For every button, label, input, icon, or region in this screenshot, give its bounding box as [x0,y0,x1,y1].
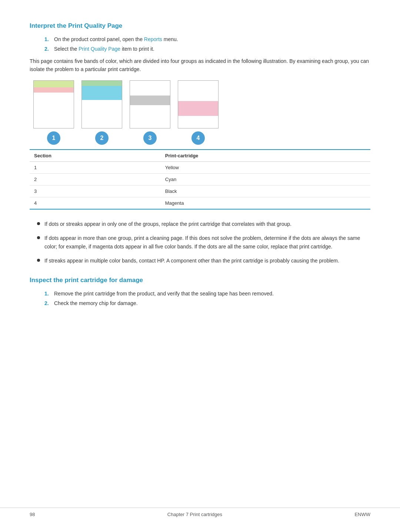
bullet-item-2: If dots appear in more than one group, p… [37,234,370,251]
page-footer: 98 Chapter 7 Print cartridges ENWW [0,508,400,517]
step-2: 2. Select the Print Quality Page item to… [44,46,370,52]
step-1-number: 1. [44,36,51,42]
step-2-text: Select the Print Quality Page item to pr… [54,46,154,52]
bullet-dot-3 [37,259,40,262]
inspect-step-2-number: 2. [44,300,51,306]
inspect-step-2: 2. Check the memory chip for damage. [44,300,370,306]
group-1-badge: 1 [47,131,60,145]
bullet-dot-2 [37,236,40,239]
table-cell-section: 2 [30,173,161,185]
inspect-step-1-text: Remove the print cartridge from the prod… [54,291,274,297]
group-3-badge: 3 [143,131,157,145]
steps-list: 1. On the product control panel, open th… [44,36,370,52]
bullet-item-1: If dots or streaks appear in only one of… [37,220,370,228]
group-4-badge: 4 [191,131,205,145]
bullet-list: If dots or streaks appear in only one of… [37,220,370,265]
table-body: 1Yellow2Cyan3Black4Magenta [30,161,370,209]
step-1-text: On the product control panel, open the R… [54,36,178,42]
group-1-stripe-yellow [34,81,74,87]
table-cell-cartridge: Cyan [161,173,370,185]
reports-link[interactable]: Reports [144,36,162,42]
table-cell-section: 3 [30,185,161,197]
table-row: 4Magenta [30,197,370,209]
section-heading-2: Inspect the print cartridge for damage [30,277,370,284]
bullet-text-1: If dots or streaks appear in only one of… [44,220,291,228]
footer-chapter: Chapter 7 Print cartridges [167,512,222,517]
table-cell-cartridge: Black [161,185,370,197]
table-row: 3Black [30,185,370,197]
table-row: 1Yellow [30,161,370,173]
group-4-stripe-pink [178,101,218,116]
table-header-row: Section Print-cartridge [30,150,370,162]
step-1: 1. On the product control panel, open th… [44,36,370,42]
body-paragraph: This page contains five bands of color, … [30,57,370,74]
group-1-stripe-pink [34,87,74,93]
group-3-stripe-gray [130,96,170,105]
step-2-number: 2. [44,46,51,52]
group-1: 1 [33,80,74,145]
footer-edition: ENWW [354,512,370,517]
table-cell-cartridge: Yellow [161,161,370,173]
inspect-step-2-text: Check the memory chip for damage. [54,300,138,306]
table-row: 2Cyan [30,173,370,185]
table-cell-section: 4 [30,197,161,209]
group-4: 4 [178,80,219,145]
group-2-badge: 2 [95,131,109,145]
print-quality-page-link[interactable]: Print Quality Page [79,46,120,52]
bullet-dot-1 [37,222,40,225]
second-section: Inspect the print cartridge for damage 1… [30,277,370,306]
color-bands-illustration: 1 2 3 4 [33,80,370,145]
group-3-box [130,80,170,128]
group-2-stripe-green [82,81,122,86]
table-cell-cartridge: Magenta [161,197,370,209]
inspect-step-1-number: 1. [44,291,51,297]
footer-page-number: 98 [30,512,35,517]
group-1-box [33,80,74,128]
group-2: 2 [81,80,122,145]
bullet-text-2: If dots appear in more than one group, p… [44,234,370,251]
group-2-stripe-cyan [82,86,122,100]
section-heading-1: Interpret the Print Quality Page [30,22,370,30]
inspect-steps-list: 1. Remove the print cartridge from the p… [44,291,370,306]
col-section-header: Section [30,150,161,162]
bullet-item-3: If streaks appear in multiple color band… [37,257,370,265]
group-3: 3 [130,80,170,145]
inspect-step-1: 1. Remove the print cartridge from the p… [44,291,370,297]
group-4-box [178,80,219,128]
section-table: Section Print-cartridge 1Yellow2Cyan3Bla… [30,149,370,210]
table-cell-section: 1 [30,161,161,173]
col-cartridge-header: Print-cartridge [161,150,370,162]
bullet-text-3: If streaks appear in multiple color band… [44,257,339,265]
group-2-box [81,80,122,128]
